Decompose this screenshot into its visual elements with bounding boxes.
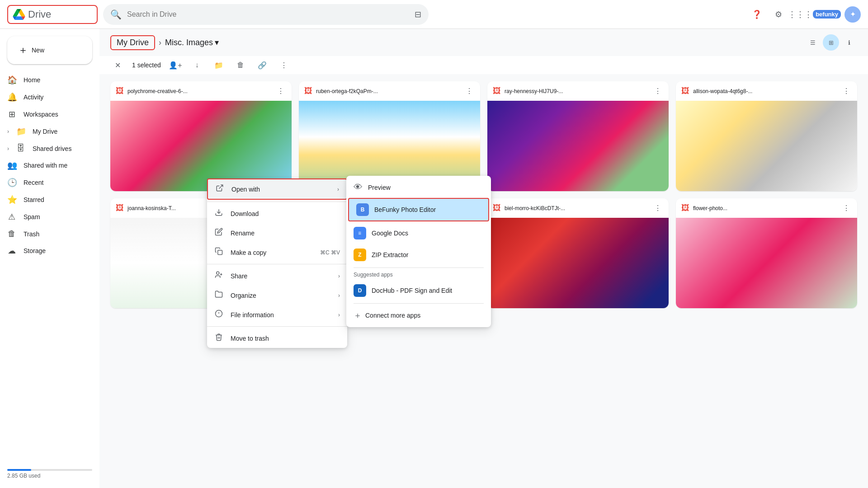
download-button[interactable]: ↓ [190, 58, 204, 72]
grid-view-button[interactable]: ⊞ [823, 34, 839, 51]
file-name: polychrome-creative-6-... [127, 88, 272, 94]
help-icon[interactable]: ❓ [748, 5, 766, 23]
file-more-button[interactable]: ⋮ [464, 85, 475, 97]
file-type-icon: 🖼 [493, 86, 501, 96]
submenu-zip[interactable]: Z ZIP Extractor [346, 244, 491, 266]
context-make-copy[interactable]: Make a copy ⌘C ⌘V [207, 243, 347, 262]
file-more-button[interactable]: ⋮ [841, 202, 852, 214]
sidebar-item-shared-with-me[interactable]: 👥 Shared with me [0, 157, 92, 174]
breadcrumb-separator: › [159, 38, 161, 47]
sidebar-item-label: My Drive [33, 128, 57, 135]
sidebar-item-recent[interactable]: 🕒 Recent [0, 174, 92, 191]
file-thumbnail [676, 101, 857, 191]
new-plus-icon: ＋ [18, 43, 28, 57]
clear-selection-button[interactable]: ✕ [110, 58, 125, 72]
sidebar-item-storage[interactable]: ☁ Storage [0, 242, 92, 259]
context-rename[interactable]: Rename [207, 223, 347, 243]
sidebar-item-spam[interactable]: ⚠ Spam [0, 208, 92, 225]
context-move-to-trash[interactable]: Move to trash [207, 328, 347, 348]
submenu-arrow-icon: › [337, 186, 339, 192]
sidebar-item-mydrive[interactable]: › 📁 My Drive [0, 123, 92, 140]
submenu-preview[interactable]: 👁 Preview [346, 178, 491, 197]
sidebar-item-activity[interactable]: 🔔 Activity [0, 89, 92, 106]
befunky-icon: B [356, 203, 369, 216]
sidebar-item-trash[interactable]: 🗑 Trash [0, 225, 92, 242]
selection-bar: ✕ 1 selected 👤+ ↓ 📁 🗑 🔗 ⋮ [99, 56, 868, 74]
share-arrow-icon: › [338, 273, 340, 279]
shared-with-me-icon: 👥 [7, 160, 16, 170]
move-button[interactable]: 📁 [212, 58, 226, 72]
info-button[interactable]: ℹ [841, 34, 857, 51]
delete-button[interactable]: 🗑 [233, 58, 248, 72]
context-divider [207, 202, 347, 202]
context-open-with[interactable]: Open with › 👁 Preview B BeFunky Photo Ed… [207, 178, 347, 200]
zip-icon: Z [354, 249, 366, 261]
file-more-button[interactable]: ⋮ [652, 202, 663, 214]
dochub-icon: D [354, 284, 366, 297]
filter-icon[interactable]: ⊟ [415, 9, 421, 19]
context-share[interactable]: Share › [207, 266, 347, 286]
file-card: 🖼 allison-wopata-4qt6g8-... ⋮ [676, 81, 857, 191]
file-info-arrow-icon: › [338, 312, 340, 318]
add-person-button[interactable]: 👤+ [168, 58, 183, 72]
submenu-befunky[interactable]: B BeFunky Photo Editor [348, 198, 489, 221]
open-with-icon [215, 184, 224, 194]
info-icon [214, 310, 223, 320]
file-more-button[interactable]: ⋮ [652, 85, 663, 97]
storage-text: 2.85 GB used [7, 473, 92, 479]
link-button[interactable]: 🔗 [255, 58, 269, 72]
svg-line-0 [219, 185, 223, 188]
submenu-dochub[interactable]: D DocHub - PDF Sign and Edit [346, 280, 491, 301]
file-name: ray-hennessy-HlJ7U9-... [505, 88, 649, 94]
breadcrumb-current-folder[interactable]: Misc. Images ▾ [165, 38, 219, 47]
new-button[interactable]: ＋ New [7, 36, 92, 64]
make-copy-label: Make a copy [231, 249, 266, 256]
gdocs-icon: ≡ [354, 227, 366, 239]
current-folder-name: Misc. Images [165, 38, 213, 47]
context-divider3 [207, 326, 347, 327]
selection-count: 1 selected [132, 61, 161, 69]
view-controls: ☰ ⊞ ℹ [805, 34, 857, 51]
expand-arrow-icon: › [7, 145, 9, 152]
sidebar-item-label: Workspaces [24, 111, 58, 118]
sidebar-item-shared-drives[interactable]: › 🗄 Shared drives [0, 140, 92, 157]
search-input[interactable] [127, 10, 409, 19]
file-thumbnail [110, 101, 292, 191]
breadcrumb-mydrive[interactable]: My Drive [110, 35, 155, 50]
file-card: 🖼 flower-photo... ⋮ [676, 198, 857, 308]
trash-icon [214, 333, 223, 343]
sidebar-item-home[interactable]: 🏠 Home [0, 71, 92, 89]
open-with-label: Open with [231, 186, 260, 193]
sidebar-item-label: Shared drives [33, 145, 71, 152]
search-bar[interactable]: 🔍 ⊟ [103, 4, 429, 25]
sidebar-item-label: Activity [24, 94, 43, 101]
more-options-button[interactable]: ⋮ [277, 58, 291, 72]
settings-icon[interactable]: ⚙ [769, 5, 788, 23]
file-more-button[interactable]: ⋮ [841, 85, 852, 97]
file-name: allison-wopata-4qt6g8-... [693, 88, 837, 94]
sidebar-item-label: Starred [24, 196, 44, 203]
sidebar-item-starred[interactable]: ⭐ Starred [0, 191, 92, 208]
context-organize[interactable]: Organize › [207, 286, 347, 305]
file-more-button[interactable]: ⋮ [275, 85, 286, 97]
logo-area[interactable]: Drive [7, 5, 98, 24]
mydrive-icon: 📁 [16, 127, 25, 136]
gdocs-label: Google Docs [372, 230, 408, 237]
list-view-button[interactable]: ☰ [805, 34, 821, 51]
file-card: 🖼 polychrome-creative-6-... ⋮ [110, 81, 292, 191]
preview-icon: 👁 [354, 182, 363, 192]
file-type-icon: 🖼 [681, 203, 689, 213]
submenu-gdocs[interactable]: ≡ Google Docs [346, 222, 491, 244]
submenu-connect-more[interactable]: ＋ Connect more apps [346, 305, 491, 325]
context-file-information[interactable]: File information › [207, 305, 347, 324]
expand-arrow-icon: › [7, 128, 9, 135]
sidebar-item-label: Trash [24, 230, 39, 238]
context-download[interactable]: Download [207, 204, 347, 223]
sidebar: ＋ New 🏠 Home 🔔 Activity ⊞ Workspaces › 📁… [0, 29, 99, 488]
avatar[interactable]: ✦ [844, 6, 861, 23]
logo-text: Drive [28, 9, 51, 20]
recent-icon: 🕒 [7, 178, 16, 188]
sidebar-item-workspaces[interactable]: ⊞ Workspaces [0, 106, 92, 123]
apps-icon[interactable]: ⋮⋮⋮ [791, 5, 809, 23]
drive-logo-icon [13, 9, 25, 20]
